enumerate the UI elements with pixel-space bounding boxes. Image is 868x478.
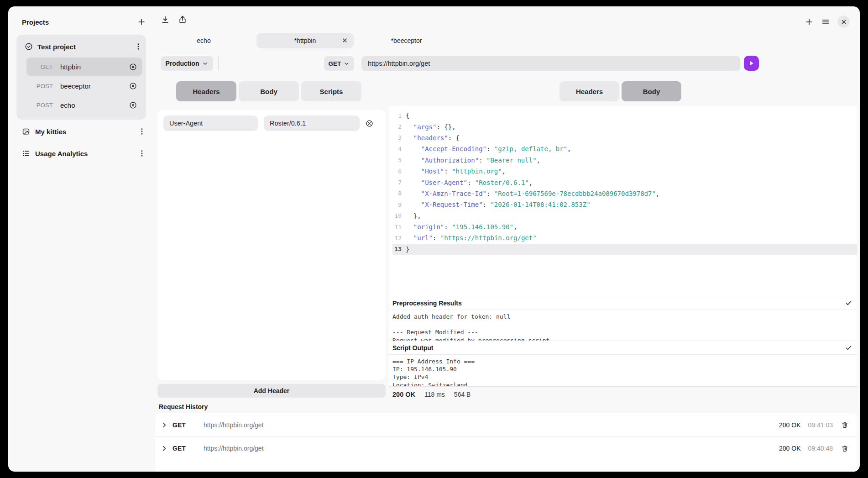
environment-dropdown[interactable]: Production: [161, 56, 213, 71]
sidebar-request-echo[interactable]: POSTecho: [26, 96, 142, 114]
code-text: "origin": "195.146.105.90",: [406, 223, 517, 231]
remove-request-icon[interactable]: [129, 101, 137, 109]
header-key-input[interactable]: [163, 116, 258, 131]
image-icon: [22, 127, 30, 136]
line-number: 10: [392, 212, 402, 219]
preprocessing-output: Added auth header for token: null --- Re…: [389, 310, 857, 341]
response-size: 564 B: [454, 391, 471, 398]
close-icon: [841, 19, 847, 25]
chevron-right-icon[interactable]: [161, 421, 168, 429]
request-history-panel: GEThttps://httpbin.org/get200 OK09:41:03…: [155, 413, 857, 472]
code-text: "X-Request-Time": "2026-01-14T08:41:02.8…: [406, 201, 591, 208]
remove-request-icon[interactable]: [129, 63, 137, 71]
code-line: 12 "url": "https://httpbin.org/get": [392, 232, 857, 243]
code-text: "Host": "httpbin.org",: [406, 168, 506, 175]
history-status: 200 OK: [779, 445, 800, 452]
method-badge: POST: [33, 102, 53, 109]
project-menu-button[interactable]: [134, 42, 142, 51]
code-text: "Authorization": "Bearer null",: [406, 157, 540, 164]
preprocessing-title: Preprocessing Results: [392, 299, 462, 307]
line-number: 2: [392, 123, 402, 130]
response-panel-tabs: Headers Body: [559, 81, 681, 101]
tab-echo[interactable]: echo: [155, 33, 252, 48]
chevron-right-icon[interactable]: [161, 445, 168, 452]
project-header[interactable]: Test project: [22, 40, 142, 53]
menu-icon[interactable]: [821, 17, 830, 26]
app-window: Projects Test project GEThttpbinPOSTbeec…: [8, 6, 860, 472]
history-row[interactable]: GEThttps://httpbin.org/get200 OK09:41:03: [155, 413, 857, 436]
code-line: 4 "Accept-Encoding": "gzip, deflate, br"…: [392, 143, 857, 154]
code-line: 3 "headers": {: [392, 132, 857, 143]
project-items: GEThttpbinPOSTbeeceptorPOSTecho: [22, 58, 142, 114]
environment-label: Production: [166, 60, 199, 67]
my-kitties-menu-button[interactable]: [138, 127, 146, 136]
tab-label: *beeceptor: [391, 37, 422, 44]
request-headers-panel: [157, 110, 386, 380]
tab-body-request[interactable]: Body: [239, 81, 299, 101]
script-output-title: Script Output: [392, 344, 433, 352]
tab-httpbin[interactable]: *httpbin: [256, 33, 354, 48]
response-body-viewer[interactable]: 1{2 "args": {},3 "headers": {4 "Accept-E…: [389, 106, 857, 296]
url-input[interactable]: [361, 56, 740, 71]
tab-headers-request[interactable]: Headers: [176, 81, 236, 101]
tab-body-response[interactable]: Body: [622, 81, 681, 101]
line-number: 4: [392, 146, 402, 152]
code-text: "url": "https://httpbin.org/get": [406, 234, 537, 242]
close-tab-icon[interactable]: [342, 37, 348, 43]
sidebar-request-beeceptor[interactable]: POSTbeeceptor: [26, 77, 142, 95]
new-tab-icon[interactable]: [805, 17, 814, 26]
project-name: Test project: [37, 43, 76, 51]
tab-scripts-request[interactable]: Scripts: [301, 81, 361, 101]
history-row[interactable]: GEThttps://httpbin.org/get200 OK09:40:48: [155, 436, 857, 460]
chevron-down-icon: [344, 61, 350, 67]
trash-icon[interactable]: [841, 421, 848, 429]
header-value-input[interactable]: [264, 116, 360, 131]
line-number: 11: [392, 224, 402, 231]
download-icon[interactable]: [161, 15, 170, 24]
close-window-button[interactable]: [837, 16, 850, 28]
sidebar-item-my-kitties[interactable]: My kitties: [22, 126, 146, 137]
code-line: 2 "args": {},: [392, 121, 857, 132]
trash-icon[interactable]: [841, 445, 848, 452]
code-text: "args": {},: [406, 123, 456, 131]
usage-analytics-menu-button[interactable]: [138, 149, 146, 158]
remove-header-icon[interactable]: [366, 120, 373, 127]
window-controls: [805, 16, 850, 28]
code-text: "Accept-Encoding": "gzip, deflate, br",: [406, 145, 571, 152]
list-icon: [22, 149, 30, 158]
tab-label: *httpbin: [294, 37, 316, 44]
tab-label: Body: [260, 88, 277, 95]
script-output-line: === IP Address Info ===: [392, 357, 857, 365]
line-number: 6: [392, 168, 402, 175]
preprocessing-line: Added auth header for token: null: [392, 313, 857, 320]
method-badge: GET: [33, 63, 53, 70]
check-circle-icon: [25, 42, 33, 51]
line-number: 8: [392, 190, 402, 197]
request-name: beeceptor: [60, 82, 91, 90]
line-number: 1: [392, 112, 402, 119]
code-text: "headers": {: [406, 134, 460, 142]
response-time: 118 ms: [424, 391, 445, 398]
method-dropdown[interactable]: GET: [324, 56, 354, 71]
tab-beeceptor[interactable]: *beeceptor: [358, 33, 455, 48]
remove-request-icon[interactable]: [129, 82, 137, 90]
sidebar-request-httpbin[interactable]: GEThttpbin: [26, 58, 142, 76]
send-request-button[interactable]: [744, 56, 759, 71]
sidebar-item-label: My kitties: [35, 128, 66, 136]
project-group: Test project GEThttpbinPOSTbeeceptorPOST…: [16, 35, 146, 120]
add-header-button[interactable]: Add Header: [157, 384, 386, 398]
code-line: 6 "Host": "httpbin.org",: [392, 166, 857, 177]
tab-label: Headers: [576, 88, 603, 95]
add-project-button[interactable]: [137, 17, 146, 26]
status-code: 200 OK: [392, 391, 415, 398]
code-line: 1{: [392, 110, 857, 121]
tab-headers-response[interactable]: Headers: [559, 81, 619, 101]
share-icon[interactable]: [178, 15, 187, 24]
method-badge: POST: [33, 83, 53, 89]
preprocessing-header: Preprocessing Results: [389, 296, 857, 310]
line-number: 7: [392, 179, 402, 186]
preprocessing-line: [392, 320, 857, 328]
sidebar-item-usage-analytics[interactable]: Usage Analytics: [22, 148, 146, 159]
history-method: GET: [173, 421, 191, 429]
history-time: 09:40:48: [808, 445, 833, 452]
